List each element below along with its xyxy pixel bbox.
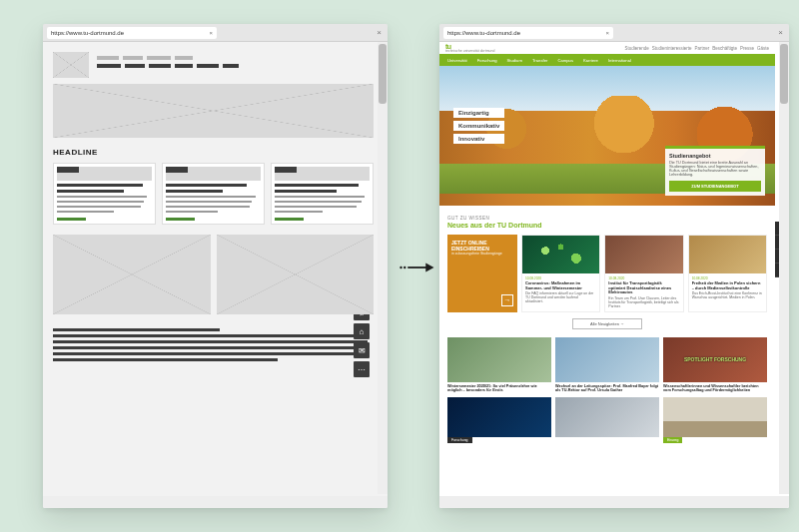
news-image [522, 236, 599, 273]
news-card[interactable]: 10.08.2020 Institut für Transportlogisti… [604, 235, 683, 312]
hero-tags: Einzigartig Kommunikativ Innovativ [453, 108, 504, 144]
news-body: Das Erich-Brost-Institut hat eine Konfer… [692, 291, 763, 299]
nav-item[interactable]: Campus [553, 56, 577, 65]
svg-point-1 [403, 266, 405, 268]
feature-tile[interactable]: Wintersemester 2020/21: So viel Präsenzl… [447, 337, 551, 393]
tile-image [555, 397, 659, 437]
top-link-placeholder [97, 56, 119, 60]
url-text: https://www.tu-dortmund.de [51, 30, 124, 36]
scrollbar-thumb[interactable] [379, 44, 387, 104]
news-image [605, 236, 682, 273]
all-news-button[interactable]: Alle Neuigkeiten → [572, 318, 642, 329]
tile-title: Wintersemester 2020/21: So viel Präsenzl… [447, 384, 551, 393]
feature-tile[interactable]: Wissenschaftlerinnen und Wissen­schaftle… [663, 337, 767, 393]
section-title: Neues aus der TU Dortmund [447, 222, 767, 229]
card-placeholder [53, 163, 156, 225]
enroll-card[interactable]: JETZT ONLINE EINSCHREIBEN in zulassungsf… [447, 235, 517, 312]
nav-item[interactable]: Transfer [528, 56, 551, 65]
nav-placeholder [175, 64, 193, 68]
card-placeholder [271, 163, 374, 225]
nav-item[interactable]: Karriere [579, 56, 602, 65]
nav-item[interactable]: Forschung [473, 56, 501, 65]
enroll-sub: in zulassungsfreie Studiengänge [451, 252, 513, 256]
url-text: https://www.tu-dortmund.de [447, 30, 520, 36]
top-link-placeholder [123, 56, 143, 60]
close-window-icon[interactable]: × [776, 28, 785, 37]
scrollbar-track[interactable] [779, 42, 789, 494]
news-body: Ein Team um Prof. Uwe Clausen, Leiter de… [608, 296, 679, 308]
top-link[interactable]: Presse [740, 46, 754, 51]
tile-title: Wechsel an der Leitungsspitze: Prof. Man… [555, 384, 659, 393]
news-card[interactable]: 10.08.2020 Freiheit der Medien in Polen … [688, 235, 767, 312]
nav-placeholder [125, 64, 145, 68]
feature-tile[interactable] [555, 397, 659, 443]
tile-image [447, 397, 551, 437]
top-link[interactable]: Partner [694, 46, 709, 51]
feature-tile[interactable]: Einweg [663, 397, 767, 443]
nav-placeholder [223, 64, 239, 68]
tile-image [663, 397, 767, 437]
tile-image [447, 337, 551, 382]
browser-window-wireframe: https://www.tu-dortmund.de × × [43, 24, 388, 508]
browser-chrome: https://www.tu-dortmund.de × × [43, 24, 388, 42]
tile-image [555, 337, 659, 382]
tile-title: Wissenschaftlerinnen und Wissen­schaftle… [663, 384, 767, 393]
feature-tile[interactable]: Forschung [447, 397, 551, 443]
mail-icon[interactable]: ✉ [354, 342, 370, 358]
hero-image: Einzigartig Kommunikativ Innovativ Studi… [439, 66, 775, 206]
home-icon[interactable]: ⌂ [354, 323, 370, 339]
hero-card-title: Studienangebot [669, 153, 761, 159]
section-kicker: GUT ZU WISSEN [447, 216, 767, 221]
headline-placeholder: HEADLINE [53, 148, 374, 157]
arrow-right-icon[interactable]: → [501, 294, 513, 306]
scrollbar-thumb[interactable] [780, 44, 788, 104]
nav-placeholder [197, 64, 219, 68]
news-card[interactable]: 10.08.2020 Coronavirus: Maßnahmen im Som… [521, 235, 600, 312]
clear-url-icon[interactable]: × [605, 30, 609, 36]
top-link[interactable]: Studieninteressierte [652, 46, 692, 51]
tile-tag: Forschung [447, 437, 472, 443]
nav-placeholder [97, 64, 121, 68]
nav-item[interactable]: Universität [443, 56, 471, 65]
hero-tag: Einzigartig [453, 108, 504, 118]
top-link-placeholder [147, 56, 171, 60]
sidebar-float: ⌕ ⌂ ✉ ⋯ [354, 304, 370, 377]
tile-image [663, 337, 767, 382]
card-placeholder [162, 163, 265, 225]
hero-card-body: Die TU Dortmund bietet eine breite Auswa… [669, 161, 761, 177]
scrollbar-horizontal[interactable] [439, 496, 789, 508]
svg-point-0 [400, 266, 401, 268]
scrollbar-horizontal[interactable] [43, 496, 388, 508]
browser-chrome: https://www.tu-dortmund.de × × [439, 24, 789, 42]
nav-placeholder [149, 64, 171, 68]
clear-url-icon[interactable]: × [209, 30, 213, 36]
scrollbar-track[interactable] [378, 42, 388, 494]
enroll-title: JETZT ONLINE EINSCHREIBEN [451, 241, 513, 252]
feature-tile[interactable]: Wechsel an der Leitungsspitze: Prof. Man… [555, 337, 659, 393]
news-title: Freiheit der Medien in Polen sichern – d… [692, 281, 763, 290]
hero-tag: Kommunikativ [453, 121, 504, 131]
media-placeholder [53, 235, 211, 314]
tile-tag: Einweg [663, 437, 682, 443]
hero-card: Studienangebot Die TU Dortmund bietet ei… [665, 146, 765, 196]
site-logo-sub: technische universität dortmund [445, 50, 494, 54]
paragraph-placeholder [53, 328, 374, 361]
top-link[interactable]: Beschäftigte [712, 46, 737, 51]
logo-placeholder [53, 52, 89, 78]
address-bar[interactable]: https://www.tu-dortmund.de × [47, 27, 217, 39]
transition-arrow-icon [400, 260, 435, 275]
viewport-live: tu technische universität dortmund Studi… [439, 42, 789, 508]
news-image [689, 236, 766, 273]
top-link[interactable]: Gäste [757, 46, 769, 51]
nav-item[interactable]: International [604, 56, 635, 65]
more-icon[interactable]: ⋯ [354, 361, 370, 377]
viewport-wireframe: HEADLINE [43, 42, 388, 508]
nav-item[interactable]: Studium [503, 56, 526, 65]
news-title: Institut für Transportlogistik optimiert… [608, 281, 679, 295]
hero-cta-button[interactable]: ZUM STUDIENANGEBOT [669, 181, 761, 192]
top-link[interactable]: Studierende [624, 46, 648, 51]
hero-placeholder [53, 84, 374, 138]
close-window-icon[interactable]: × [375, 28, 384, 37]
address-bar[interactable]: https://www.tu-dortmund.de × [443, 27, 613, 39]
media-placeholder [217, 235, 375, 314]
